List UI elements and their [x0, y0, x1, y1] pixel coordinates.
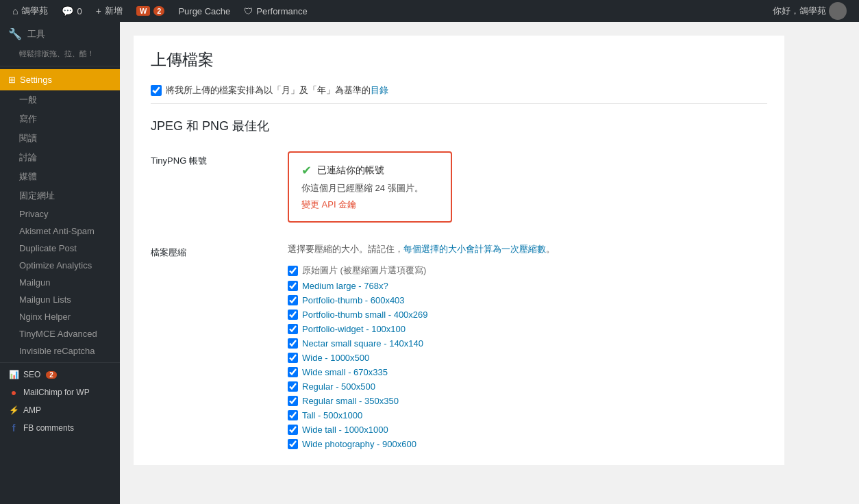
submenu-item-nginx-helper[interactable]: Nginx Helper [0, 308, 120, 325]
compress-checkbox-12[interactable] [288, 439, 298, 449]
upload-checkbox-row: 將我所上傳的檔案安排為以「月」及「年」為基準的目錄 [151, 84, 767, 97]
mailchimp-icon: ● [8, 387, 19, 398]
compress-label-8: Regular - 500x500 [302, 381, 375, 392]
sidebar-item-seo[interactable]: 📊 SEO 2 [0, 366, 120, 383]
amp-label: AMP [23, 405, 41, 415]
tinypng-connected-row: ✔ 已連結你的帳號 [301, 163, 438, 178]
compress-checkbox-1[interactable] [288, 281, 298, 291]
submenu-item-writing[interactable]: 寫作 [0, 110, 120, 129]
compress-label-10: Tall - 500x1000 [302, 410, 362, 420]
seo-label: SEO [23, 370, 40, 379]
new-label: 新增 [105, 5, 123, 17]
compress-option-7: Wide small - 670x335 [288, 365, 767, 379]
menu-separator-2 [0, 362, 120, 363]
compress-checkbox-2[interactable] [288, 295, 298, 305]
performance-link[interactable]: 🛡 Performance [238, 0, 312, 22]
submenu-item-mailgun-lists[interactable]: Mailgun Lists [0, 291, 120, 308]
fb-icon: f [8, 423, 19, 433]
submenu-item-discussion[interactable]: 討論 [0, 148, 120, 167]
greeting-text: 你好，鴿學苑 [773, 5, 826, 17]
compression-info-link[interactable]: 每個選擇的大小會計算為一次壓縮數 [403, 244, 546, 254]
compress-option-10: Tall - 500x1000 [288, 408, 767, 423]
submenu-item-optimize-analytics[interactable]: Optimize Analytics [0, 257, 120, 274]
compress-checkbox-8[interactable] [288, 381, 298, 392]
compress-option-4: Portfolio-widget - 100x100 [288, 322, 767, 336]
section-divider [151, 103, 767, 104]
submenu-item-akismet[interactable]: Akismet Anti-Spam [0, 223, 120, 240]
compress-option-0: 原始圖片 (被壓縮圖片選項覆寫) [288, 262, 767, 279]
submenu-item-tinymce[interactable]: TinyMCE Advanced [0, 325, 120, 342]
sidebar-item-settings[interactable]: ⊞ Settings [0, 69, 120, 90]
submenu-item-reading[interactable]: 閱讀 [0, 129, 120, 148]
amp-icon: ⚡ [8, 405, 19, 416]
sidebar-item-mailchimp[interactable]: ● MailChimp for WP [0, 383, 120, 401]
tinypng-api-link[interactable]: 變更 API 金鑰 [301, 199, 356, 210]
mailchimp-label: MailChimp for WP [23, 388, 90, 397]
seo-icon: 📊 [8, 369, 19, 380]
sidebar-item-fb-comments[interactable]: f FB comments [0, 419, 120, 437]
home-link[interactable]: ⌂ 鴿學苑 [7, 0, 53, 22]
compress-checkbox-10[interactable] [288, 410, 298, 420]
shield-icon: 🛡 [244, 6, 253, 16]
submenu-item-duplicate-post[interactable]: Duplicate Post [0, 240, 120, 257]
submenu-item-recaptcha[interactable]: Invisible reCaptcha [0, 342, 120, 360]
menu-separator [0, 66, 120, 66]
comments-link[interactable]: 💬 0 [56, 0, 87, 22]
avatar [829, 2, 847, 20]
tinypng-cell: ✔ 已連結你的帳號 你這個月已經壓縮 24 張圖片。 變更 API 金鑰 [288, 144, 767, 229]
sidebar-item-tools[interactable]: 🔧 工具 [0, 22, 120, 46]
w3tc-link[interactable]: W 2 [131, 0, 171, 22]
compress-option-3: Portfolio-thumb small - 400x269 [288, 307, 767, 322]
compress-checkbox-0[interactable] [288, 266, 298, 276]
compress-checkbox-7[interactable] [288, 367, 298, 377]
compress-checkbox-11[interactable] [288, 425, 298, 435]
compression-content: 選擇要壓縮的大小。請記住，每個選擇的大小會計算為一次壓縮數。 原始圖片 (被壓縮… [288, 243, 767, 451]
compress-label-6: Wide - 1000x500 [302, 353, 369, 363]
admin-menu: 🔧 工具 輕鬆排版拖、拉、酷！ ⊞ Settings 一般 寫作 閱讀 討論 媒… [0, 22, 120, 504]
new-content-link[interactable]: + 新增 [90, 0, 128, 22]
admin-bar: ⌂ 鴿學苑 💬 0 + 新增 W 2 Purge Cache 🛡 Perform… [0, 0, 859, 22]
compress-checkbox-6[interactable] [288, 353, 298, 363]
compress-checkbox-4[interactable] [288, 324, 298, 334]
tools-sub: 輕鬆排版拖、拉、酷！ [0, 46, 120, 63]
site-name: 鴿學苑 [21, 5, 48, 17]
upload-label: 將我所上傳的檔案安排為以「月」及「年」為基準的目錄 [166, 84, 388, 97]
compress-label-3: Portfolio-thumb small - 400x269 [302, 310, 428, 320]
tools-icon: 🔧 [8, 27, 22, 40]
compress-label-12: Wide photography - 900x600 [302, 439, 416, 449]
compress-checkbox-3[interactable] [288, 310, 298, 320]
purge-cache-label: Purge Cache [178, 6, 230, 16]
purge-cache-link[interactable]: Purge Cache [173, 0, 236, 22]
sidebar-item-amp[interactable]: ⚡ AMP [0, 401, 120, 419]
tinypng-row: TinyPNG 帳號 ✔ 已連結你的帳號 你這個月已經壓縮 24 張圖片。 變更… [151, 144, 767, 229]
submenu-item-general[interactable]: 一般 [0, 90, 120, 110]
compress-option-2: Portfolio-thumb - 600x403 [288, 293, 767, 307]
compress-checkbox-9[interactable] [288, 396, 298, 406]
compress-option-6: Wide - 1000x500 [288, 351, 767, 365]
upload-checkbox[interactable] [151, 85, 162, 96]
jpeg-png-title: JPEG 和 PNG 最佳化 [151, 118, 767, 134]
compress-option-8: Regular - 500x500 [288, 379, 767, 394]
compression-label: 檔案壓縮 [151, 243, 288, 451]
submenu-item-media[interactable]: 媒體 [0, 167, 120, 186]
submenu-item-mailgun[interactable]: Mailgun [0, 274, 120, 291]
compression-section: 檔案壓縮 選擇要壓縮的大小。請記住，每個選擇的大小會計算為一次壓縮數。 原始圖片… [151, 243, 767, 451]
compress-label-2: Portfolio-thumb - 600x403 [302, 295, 405, 305]
compress-label-0: 原始圖片 (被壓縮圖片選項覆寫) [302, 264, 426, 277]
directory-link[interactable]: 目錄 [371, 85, 388, 95]
compress-option-1: Medium large - 768x? [288, 279, 767, 293]
w3tc-badge: 2 [153, 6, 164, 16]
compress-label-4: Portfolio-widget - 100x100 [302, 324, 406, 334]
tools-label: 工具 [27, 28, 45, 40]
content-wrap: 上傳檔案 將我所上傳的檔案安排為以「月」及「年」為基準的目錄 JPEG 和 PN… [134, 36, 784, 465]
comments-count: 0 [77, 6, 82, 16]
settings-icon: ⊞ [8, 75, 16, 85]
compress-checkbox-5[interactable] [288, 338, 298, 349]
submenu-item-permalinks[interactable]: 固定網址 [0, 186, 120, 205]
compress-label-9: Regular small - 350x350 [302, 396, 399, 406]
submenu-item-privacy[interactable]: Privacy [0, 205, 120, 223]
compress-option-5: Nectar small square - 140x140 [288, 336, 767, 351]
compress-label-5: Nectar small square - 140x140 [302, 338, 423, 349]
page-title: 上傳檔案 [151, 49, 767, 71]
tinypng-box: ✔ 已連結你的帳號 你這個月已經壓縮 24 張圖片。 變更 API 金鑰 [288, 151, 452, 223]
